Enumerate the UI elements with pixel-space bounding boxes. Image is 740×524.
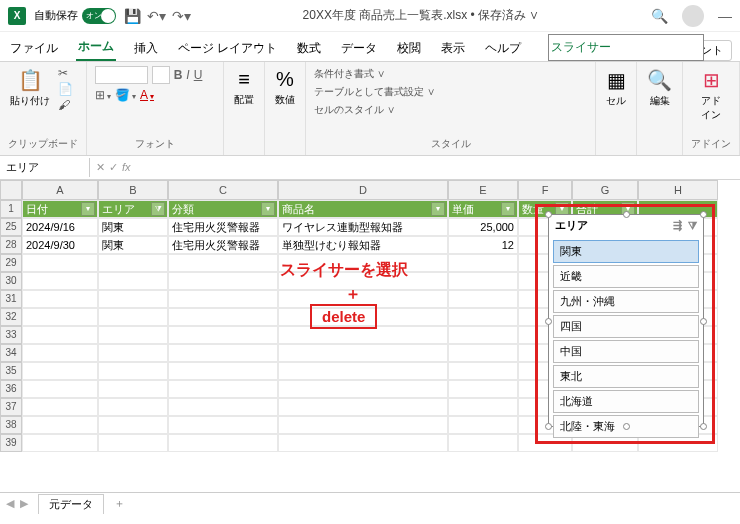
cell[interactable] (278, 434, 448, 452)
tab-review[interactable]: 校閲 (395, 36, 423, 61)
slicer-item[interactable]: 北海道 (553, 390, 699, 413)
table-header[interactable]: 単価▾ (448, 200, 518, 218)
col-header-a[interactable]: A (22, 180, 98, 200)
cell[interactable] (278, 416, 448, 434)
row-header[interactable]: 30 (0, 272, 22, 290)
next-sheet-icon[interactable]: ▶ (20, 497, 28, 510)
col-header-g[interactable]: G (572, 180, 638, 200)
cell[interactable] (22, 434, 98, 452)
cell[interactable] (448, 362, 518, 380)
bold-button[interactable]: B (174, 68, 183, 82)
cell[interactable] (98, 308, 168, 326)
cell[interactable] (22, 362, 98, 380)
cell[interactable] (98, 362, 168, 380)
cell[interactable]: 25,000 (448, 218, 518, 236)
cell[interactable] (448, 290, 518, 308)
tab-home[interactable]: ホーム (76, 34, 116, 61)
cells-button[interactable]: ▦セル (604, 66, 628, 110)
cell[interactable] (98, 398, 168, 416)
cell[interactable] (448, 344, 518, 362)
cell-styles-button[interactable]: セルのスタイル ∨ (314, 102, 395, 118)
cell[interactable] (98, 416, 168, 434)
slicer-item[interactable]: 関東 (553, 240, 699, 263)
col-header-h[interactable]: H (638, 180, 718, 200)
row-header[interactable]: 38 (0, 416, 22, 434)
cell[interactable] (448, 398, 518, 416)
row-header[interactable]: 34 (0, 344, 22, 362)
tab-view[interactable]: 表示 (439, 36, 467, 61)
slicer-item[interactable]: 中国 (553, 340, 699, 363)
table-header[interactable]: 商品名▾ (278, 200, 448, 218)
enter-icon[interactable]: ✓ (109, 161, 118, 174)
row-header[interactable]: 29 (0, 254, 22, 272)
slicer-item[interactable]: 四国 (553, 315, 699, 338)
number-format-button[interactable]: %数値 (273, 66, 297, 109)
tab-slicer[interactable]: スライサー (548, 34, 704, 61)
autosave-toggle[interactable]: 自動保存 オン (34, 8, 116, 24)
cell[interactable] (98, 434, 168, 452)
cell[interactable] (98, 272, 168, 290)
tab-help[interactable]: ヘルプ (483, 36, 523, 61)
cell[interactable] (22, 272, 98, 290)
alignment-button[interactable]: ≡配置 (232, 66, 256, 109)
row-header[interactable]: 39 (0, 434, 22, 452)
cancel-icon[interactable]: ✕ (96, 161, 105, 174)
cell[interactable] (448, 434, 518, 452)
cut-icon[interactable]: ✂ (58, 66, 73, 80)
cell[interactable] (168, 380, 278, 398)
cell[interactable]: 住宅用火災警報器 (168, 236, 278, 254)
row-header[interactable]: 36 (0, 380, 22, 398)
cell[interactable] (448, 380, 518, 398)
font-size-combo[interactable] (152, 66, 169, 84)
font-name-combo[interactable] (95, 66, 148, 84)
tab-data[interactable]: データ (339, 36, 379, 61)
underline-button[interactable]: U (194, 68, 203, 82)
filter-icon[interactable]: ▾ (501, 202, 515, 216)
select-all-corner[interactable] (0, 180, 22, 200)
font-color-button[interactable]: A (140, 88, 154, 102)
addin-button[interactable]: ⊞アド イン (691, 66, 731, 124)
slicer-item[interactable]: 九州・沖縄 (553, 290, 699, 313)
cell[interactable] (98, 326, 168, 344)
col-header-d[interactable]: D (278, 180, 448, 200)
border-button[interactable]: ⊞ (95, 88, 111, 102)
redo-icon[interactable]: ↷▾ (172, 8, 191, 24)
filter-icon[interactable]: ⧩ (151, 202, 165, 216)
clear-filter-icon[interactable]: ⧩ (688, 219, 697, 232)
cell[interactable] (168, 290, 278, 308)
fill-color-button[interactable]: 🪣 (115, 88, 136, 102)
cell[interactable]: 関東 (98, 236, 168, 254)
cell[interactable] (22, 308, 98, 326)
cell[interactable] (448, 254, 518, 272)
cell[interactable]: 12 (448, 236, 518, 254)
cell[interactable]: 住宅用火災警報器 (168, 218, 278, 236)
toggle-switch[interactable]: オン (82, 8, 116, 24)
cell[interactable] (22, 416, 98, 434)
cell[interactable] (22, 398, 98, 416)
cell[interactable] (168, 362, 278, 380)
cell[interactable] (168, 254, 278, 272)
paste-button[interactable]: 📋貼り付け (8, 66, 52, 110)
filter-icon[interactable]: ▾ (431, 202, 445, 216)
filter-icon[interactable]: ▾ (81, 202, 95, 216)
cell[interactable] (168, 326, 278, 344)
cell[interactable] (448, 326, 518, 344)
col-header-b[interactable]: B (98, 180, 168, 200)
format-as-table-button[interactable]: テーブルとして書式設定 ∨ (314, 84, 435, 100)
row-header[interactable]: 37 (0, 398, 22, 416)
worksheet-grid[interactable]: A B C D E F G H 1 日付▾ エリア⧩ 分類▾ 商品名▾ 単価▾ … (0, 180, 740, 492)
tab-pagelayout[interactable]: ページ レイアウト (176, 36, 279, 61)
col-header-c[interactable]: C (168, 180, 278, 200)
cell[interactable]: 2024/9/16 (22, 218, 98, 236)
cell[interactable] (22, 290, 98, 308)
row-header[interactable]: 25 (0, 218, 22, 236)
cell[interactable] (98, 254, 168, 272)
tab-insert[interactable]: 挿入 (132, 36, 160, 61)
cell[interactable]: 2024/9/30 (22, 236, 98, 254)
cell[interactable] (448, 272, 518, 290)
italic-button[interactable]: I (186, 68, 189, 82)
cell[interactable] (448, 308, 518, 326)
cell[interactable]: 単独型けむり報知器 (278, 236, 448, 254)
cell[interactable] (168, 272, 278, 290)
fx-icon[interactable]: fx (122, 161, 131, 174)
